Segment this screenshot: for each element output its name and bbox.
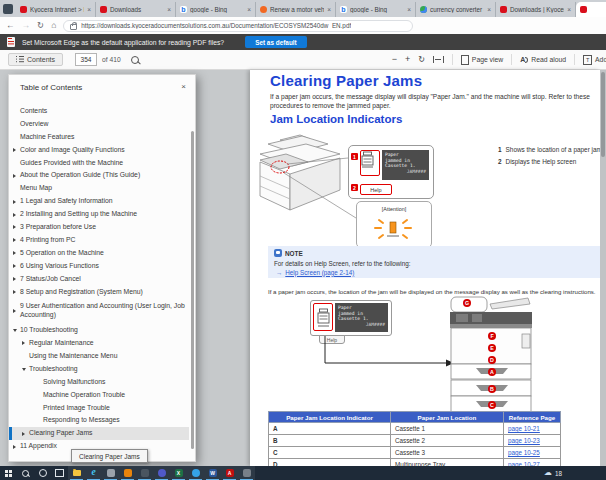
- taskbar-edge[interactable]: [187, 466, 204, 480]
- expand-arrow-icon[interactable]: [13, 238, 20, 242]
- reference-page-link[interactable]: page 10-23: [508, 437, 540, 444]
- toc-item[interactable]: 10 Troubleshooting: [9, 324, 189, 337]
- close-icon[interactable]: ×: [181, 82, 186, 91]
- fit-to-width-icon[interactable]: [433, 56, 444, 63]
- toc-item[interactable]: Regular Maintenance: [9, 337, 189, 350]
- taskbar-app-indigo[interactable]: [153, 466, 170, 480]
- page-number-input[interactable]: 354: [75, 53, 97, 66]
- expand-arrow-icon[interactable]: [13, 148, 20, 152]
- browser-tab[interactable]: bgoogle - Bing×: [176, 2, 256, 17]
- expand-arrow-icon[interactable]: [13, 329, 20, 332]
- expand-arrow-icon[interactable]: [13, 277, 20, 281]
- callout-1-label: 1: [351, 153, 358, 160]
- toc-item[interactable]: 8 Setup and Registration (System Menu): [9, 285, 189, 298]
- refresh-icon[interactable]: ↻: [37, 21, 44, 30]
- expand-arrow-icon[interactable]: [13, 445, 20, 449]
- toc-item[interactable]: 5 Operation on the Machine: [9, 247, 189, 260]
- browser-tab[interactable]: ×: [576, 2, 606, 17]
- zoom-in-button[interactable]: +: [405, 55, 410, 64]
- expand-arrow-icon[interactable]: [13, 225, 20, 229]
- toc-item[interactable]: Printed Image Trouble: [9, 402, 189, 415]
- toc-item[interactable]: Machine Operation Trouble: [9, 389, 189, 402]
- expand-arrow-icon[interactable]: [13, 309, 20, 313]
- expand-arrow-icon[interactable]: [13, 264, 20, 268]
- toc-item[interactable]: Machine Features: [9, 131, 189, 144]
- tab-close-icon[interactable]: ×: [247, 6, 251, 13]
- taskbar-app-misc[interactable]: [238, 466, 255, 480]
- browser-tab[interactable]: Renew a motor vehicle×: [256, 2, 336, 17]
- add-text-button[interactable]: T Add text: [583, 55, 606, 65]
- read-aloud-button[interactable]: A Read aloud: [520, 56, 566, 63]
- browser-tab[interactable]: bgoogle - Bing×: [336, 2, 416, 17]
- set-as-default-button[interactable]: Set as default: [245, 36, 307, 48]
- toc-list: ContentsOverviewMachine FeaturesColor an…: [9, 105, 189, 459]
- page-scrollbar[interactable]: [600, 70, 606, 466]
- expand-arrow-icon[interactable]: [13, 213, 20, 217]
- tab-close-icon[interactable]: ×: [407, 6, 411, 13]
- toc-item[interactable]: Troubleshooting: [9, 363, 189, 376]
- browser-tab[interactable]: Downloads×: [96, 2, 176, 17]
- toc-item[interactable]: 3 Preparation before Use: [9, 221, 189, 234]
- browser-tab[interactable]: currency converter - C×: [416, 2, 496, 17]
- taskbar-excel[interactable]: X: [170, 466, 187, 480]
- toc-item[interactable]: Guides Provided with the Machine: [9, 157, 189, 170]
- legend-row: 2Displays the Help screen: [498, 158, 606, 165]
- expand-arrow-icon[interactable]: [13, 251, 20, 255]
- taskbar-app-slate[interactable]: [136, 466, 153, 480]
- toc-item[interactable]: Solving Malfunctions: [9, 376, 189, 389]
- toc-scrollbar[interactable]: [191, 131, 194, 449]
- taskbar-acrobat[interactable]: A: [221, 466, 238, 480]
- toc-item[interactable]: Menu Map: [9, 182, 189, 195]
- tab-close-icon[interactable]: ×: [327, 6, 331, 13]
- tab-close-icon[interactable]: ×: [87, 6, 91, 13]
- taskbar-search[interactable]: [17, 466, 34, 480]
- toc-item[interactable]: Contents: [9, 105, 189, 118]
- back-icon[interactable]: ←: [6, 21, 15, 30]
- page-scrollbar-thumb[interactable]: [601, 72, 605, 157]
- contents-button[interactable]: Contents: [8, 53, 63, 66]
- search-icon[interactable]: [131, 56, 139, 64]
- reference-page-link[interactable]: page 10-25: [508, 449, 540, 456]
- toc-item[interactable]: 7 Status/Job Cancel: [9, 273, 189, 286]
- toc-item[interactable]: Color and Image Quality Functions: [9, 144, 189, 157]
- taskbar-cortana[interactable]: [34, 466, 51, 480]
- tab-close-icon[interactable]: ×: [167, 6, 171, 13]
- tab-close-icon[interactable]: ×: [567, 6, 571, 13]
- taskbar-app-orange[interactable]: [119, 466, 136, 480]
- rotate-icon[interactable]: ↻: [418, 56, 425, 64]
- taskbar-app-gray[interactable]: [102, 466, 119, 480]
- forward-icon[interactable]: →: [22, 21, 31, 30]
- taskbar-task-view[interactable]: [51, 466, 68, 480]
- expand-arrow-icon[interactable]: [13, 174, 20, 178]
- reference-page-link[interactable]: page 10-21: [508, 425, 540, 432]
- toc-item[interactable]: Overview: [9, 118, 189, 131]
- taskbar-internet-explorer[interactable]: e: [85, 466, 102, 480]
- taskbar-start[interactable]: [0, 466, 17, 480]
- taskbar-word[interactable]: W: [204, 466, 221, 480]
- toc-item[interactable]: 2 Installing and Setting up the Machine: [9, 208, 189, 221]
- toc-item[interactable]: 4 Printing from PC: [9, 234, 189, 247]
- browser-tab[interactable]: Kyocera Intranet > Ky×: [16, 2, 96, 17]
- toc-item[interactable]: Responding to Messages: [9, 414, 189, 427]
- toc-item[interactable]: About the Operation Guide (This Guide): [9, 169, 189, 182]
- taskbar-file-explorer[interactable]: [68, 466, 85, 480]
- help-screen-link[interactable]: Help Screen (page 2-14): [285, 269, 354, 276]
- toc-item[interactable]: 9 User Authentication and Accounting (Us…: [9, 298, 189, 324]
- toc-item[interactable]: 1 Legal and Safety Information: [9, 195, 189, 208]
- page-view-button[interactable]: Page view: [461, 55, 503, 65]
- expand-arrow-icon[interactable]: [22, 368, 29, 371]
- tab-close-icon[interactable]: ×: [487, 6, 491, 13]
- toc-item[interactable]: Clearing Paper Jams: [9, 427, 189, 440]
- toc-item[interactable]: Using the Maintenance Menu: [9, 350, 189, 363]
- browser-tab[interactable]: Downloads | Kyocera×: [496, 2, 576, 17]
- window-menu-icon[interactable]: [3, 4, 13, 14]
- expand-arrow-icon[interactable]: [22, 432, 29, 436]
- toc-item[interactable]: 6 Using Various Functions: [9, 260, 189, 273]
- expand-arrow-icon[interactable]: [22, 341, 29, 345]
- expand-arrow-icon[interactable]: [13, 200, 20, 204]
- zoom-out-button[interactable]: −: [392, 55, 397, 64]
- expand-arrow-icon[interactable]: [13, 290, 20, 294]
- url-field[interactable]: https://downloads.kyoceradocumentsolutio…: [63, 20, 413, 32]
- taskbar-weather[interactable]: ☁ 18: [544, 466, 562, 480]
- home-icon[interactable]: ⌂: [51, 21, 56, 30]
